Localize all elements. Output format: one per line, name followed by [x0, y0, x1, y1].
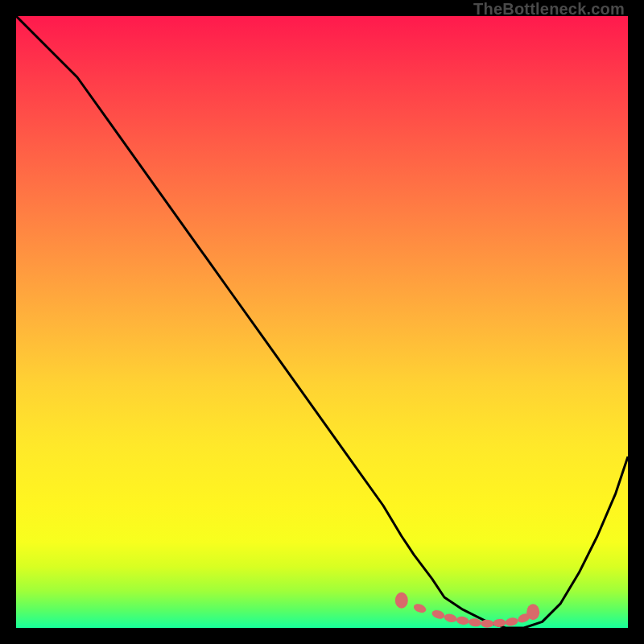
sweet-spot-marker [505, 617, 519, 627]
sweet-spot-marker [456, 616, 469, 626]
bottleneck-curve-path [16, 16, 628, 628]
sweet-spot-marker [412, 602, 427, 614]
sweet-spot-marker [431, 609, 445, 620]
chart-plot-area [16, 16, 628, 628]
sweet-spot-marker [444, 613, 458, 624]
sweet-spot-marker [493, 618, 506, 627]
bottleneck-curve [16, 16, 628, 628]
chart-svg [16, 16, 628, 628]
sweet-spot-marker [395, 592, 408, 609]
chart-frame: TheBottleneck.com [0, 0, 644, 644]
sweet-spot-markers [395, 592, 539, 628]
sweet-spot-marker [526, 604, 539, 620]
